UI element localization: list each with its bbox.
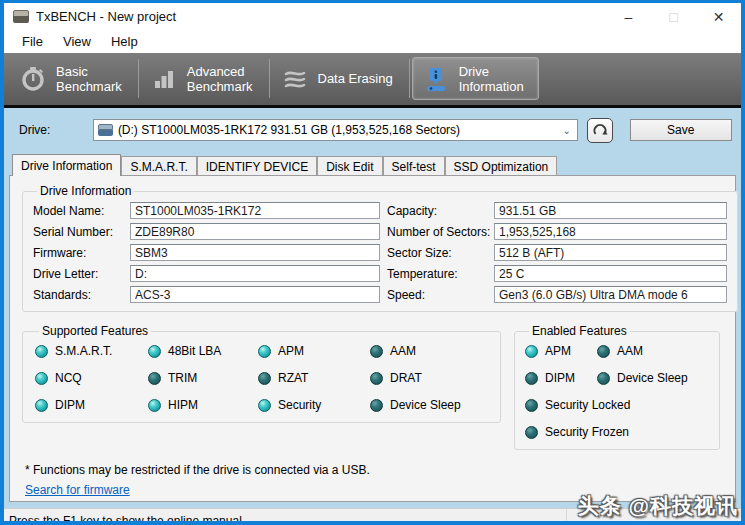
refresh-icon — [592, 122, 608, 138]
feature-rzat: RZAT — [258, 371, 370, 385]
enabled-apm: APM — [525, 344, 597, 358]
toolbar-separator — [409, 59, 410, 98]
feature-label: DRAT — [390, 371, 422, 385]
supported-features-title: Supported Features — [39, 324, 151, 338]
main-toolbar: Basic Benchmark Advanced Benchmark Data … — [4, 53, 741, 108]
tab-self-test[interactable]: Self-test — [383, 156, 445, 176]
tab-container: Drive Information S.M.A.R.T. IDENTIFY DE… — [9, 154, 736, 502]
maximize-icon[interactable]: □ — [651, 3, 696, 30]
feature-security: Security — [258, 398, 370, 412]
status-message: Press the F1 key to show the online manu… — [4, 509, 567, 525]
minimize-icon[interactable]: – — [606, 3, 651, 30]
field-number-of-sectors: Number of Sectors: 1,953,525,168 — [387, 223, 727, 240]
led-icon — [597, 345, 610, 358]
field-label: Standards: — [33, 288, 130, 302]
feature-label: APM — [545, 344, 571, 358]
led-icon — [258, 399, 271, 412]
drive-information-panel: Drive Information Model Name: ST1000LM03… — [9, 175, 736, 502]
field-firmware: Firmware: SBM3 — [33, 244, 380, 261]
window-controls: – □ ✕ — [606, 3, 741, 30]
enabled-dipm: DIPM — [525, 371, 597, 385]
feature-label: AAM — [390, 344, 416, 358]
field-standards: Standards: ACS-3 — [33, 286, 380, 303]
field-label: Number of Sectors: — [387, 225, 494, 239]
feature-label: Security Frozen — [545, 425, 629, 439]
field-label: Serial Number: — [33, 225, 130, 239]
led-icon — [597, 372, 610, 385]
tab-smart[interactable]: S.M.A.R.T. — [121, 156, 196, 176]
search-firmware-link[interactable]: Search for firmware — [25, 483, 130, 497]
feature-label: 48Bit LBA — [168, 344, 221, 358]
usb-restriction-note: * Functions may be restricted if the dri… — [25, 463, 723, 477]
close-icon[interactable]: ✕ — [696, 3, 741, 30]
menu-help[interactable]: Help — [102, 32, 147, 51]
stopwatch-icon — [20, 66, 46, 92]
supported-features-group: Supported Features S.M.A.R.T. 48Bit LBA … — [22, 324, 501, 423]
feature-label: RZAT — [278, 371, 308, 385]
tab-ssd-optimization[interactable]: SSD Optimization — [445, 156, 558, 176]
feature-label: HIPM — [168, 398, 198, 412]
led-icon — [370, 399, 383, 412]
field-label: Drive Letter: — [33, 267, 130, 281]
led-icon — [525, 399, 538, 412]
enabled-security-frozen: Security Frozen — [525, 425, 713, 439]
features-row: Supported Features S.M.A.R.T. 48Bit LBA … — [22, 324, 723, 450]
drive-label: Drive: — [14, 123, 93, 137]
enabled-device-sleep: Device Sleep — [597, 371, 713, 385]
save-button[interactable]: Save — [630, 119, 732, 141]
app-drive-icon — [13, 10, 29, 23]
field-model-name: Model Name: ST1000LM035-1RK172 — [33, 202, 380, 219]
feature-label: Security — [278, 398, 321, 412]
feature-ncq: NCQ — [35, 371, 148, 385]
tab-drive-information[interactable]: Drive Information — [12, 154, 121, 176]
feature-label: DIPM — [55, 398, 85, 412]
led-icon — [258, 345, 271, 358]
toolbar-drive-information[interactable]: Drive Information — [412, 57, 539, 100]
feature-label: DIPM — [545, 371, 575, 385]
field-capacity: Capacity: 931.51 GB — [387, 202, 727, 219]
number-of-sectors-value: 1,953,525,168 — [494, 223, 727, 240]
enabled-security-locked: Security Locked — [525, 398, 713, 412]
feature-dipm: DIPM — [35, 398, 148, 412]
led-icon — [370, 345, 383, 358]
tab-identify-device[interactable]: IDENTIFY DEVICE — [197, 156, 317, 176]
tab-disk-edit[interactable]: Disk Edit — [317, 156, 382, 176]
toolbar-basic-benchmark-label: Basic Benchmark — [56, 64, 122, 94]
field-label: Sector Size: — [387, 246, 494, 260]
feature-label: AAM — [617, 344, 643, 358]
feature-label: APM — [278, 344, 304, 358]
toolbar-data-erasing[interactable]: Data Erasing — [272, 57, 407, 100]
led-icon — [525, 345, 538, 358]
feature-smart: S.M.A.R.T. — [35, 344, 148, 358]
sector-size-value: 512 B (AFT) — [494, 244, 727, 261]
field-drive-letter: Drive Letter: D: — [33, 265, 380, 282]
led-icon — [35, 399, 48, 412]
field-serial-number: Serial Number: ZDE89R80 — [33, 223, 380, 240]
drive-information-group-title: Drive Information — [37, 184, 134, 198]
app-window: TxBENCH - New project – □ ✕ File View He… — [0, 0, 745, 525]
led-icon — [525, 426, 538, 439]
serial-number-value: ZDE89R80 — [130, 223, 380, 240]
refresh-button[interactable] — [587, 118, 613, 143]
led-icon — [148, 345, 161, 358]
drive-icon — [98, 124, 113, 136]
field-sector-size: Sector Size: 512 B (AFT) — [387, 244, 727, 261]
enabled-features-title: Enabled Features — [529, 324, 630, 338]
toolbar-separator — [269, 59, 270, 98]
temperature-value: 25 C — [494, 265, 727, 282]
toolbar-advanced-benchmark[interactable]: Advanced Benchmark — [141, 57, 267, 100]
field-label: Firmware: — [33, 246, 130, 260]
toolbar-basic-benchmark[interactable]: Basic Benchmark — [10, 57, 136, 100]
menu-file[interactable]: File — [13, 32, 52, 51]
led-icon — [148, 399, 161, 412]
drive-combobox[interactable]: (D:) ST1000LM035-1RK172 931.51 GB (1,953… — [93, 119, 578, 141]
menu-bar: File View Help — [4, 30, 741, 53]
drive-information-group: Drive Information Model Name: ST1000LM03… — [22, 184, 738, 312]
feature-label: TRIM — [168, 371, 197, 385]
led-icon — [258, 372, 271, 385]
enabled-features-group: Enabled Features APM AAM DIPM Device Sle… — [514, 324, 720, 450]
save-button-label: Save — [667, 123, 694, 137]
led-icon — [35, 372, 48, 385]
menu-view[interactable]: View — [54, 32, 100, 51]
title-bar: TxBENCH - New project – □ ✕ — [4, 3, 741, 30]
